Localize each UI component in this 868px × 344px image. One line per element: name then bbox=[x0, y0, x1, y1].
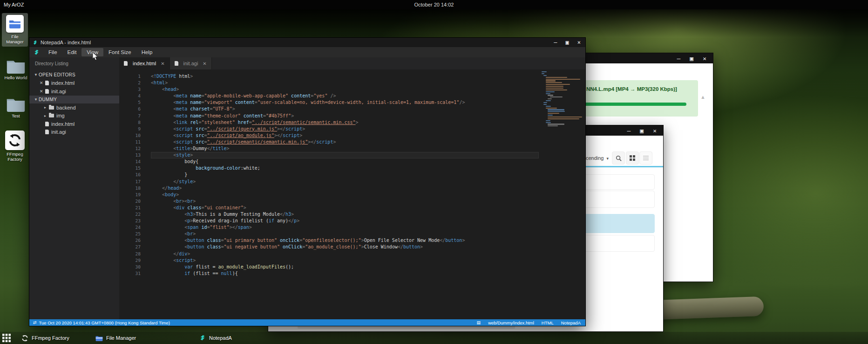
file-label: index.html bbox=[51, 80, 75, 86]
folder-icon bbox=[95, 335, 103, 341]
minimize-button[interactable]: – bbox=[554, 40, 557, 46]
top-bar: My ArOZ October 20 14:02 bbox=[0, 0, 868, 9]
minimize-button[interactable]: – bbox=[677, 55, 681, 62]
status-app: NotepadA bbox=[561, 320, 581, 325]
list-icon bbox=[643, 155, 649, 161]
tab-index-html[interactable]: index.html ✕ bbox=[119, 57, 170, 69]
notepada-logo-icon bbox=[34, 49, 40, 55]
minimize-button[interactable]: – bbox=[627, 128, 631, 134]
open-editor-index-html[interactable]: ✕ index.html bbox=[29, 79, 119, 88]
recycle-arrows-icon bbox=[21, 335, 28, 342]
status-bar: ⇄ Tue Oct 20 2020 14:01:43 GMT+0800 (Hon… bbox=[29, 319, 585, 326]
desktop-icon-file-manager[interactable]: File Manager bbox=[2, 13, 28, 47]
menu-edit[interactable]: Edit bbox=[62, 48, 82, 56]
close-button[interactable]: × bbox=[653, 128, 657, 134]
section-label: DUMMY bbox=[39, 97, 57, 102]
clock: October 20 14:02 bbox=[0, 2, 868, 7]
tree-file-index-html[interactable]: index.html bbox=[29, 120, 119, 128]
desktop-icon-label: File Manager bbox=[3, 34, 27, 44]
file-label: init.agi bbox=[51, 129, 66, 135]
search-button[interactable] bbox=[612, 151, 625, 165]
file-manager-icon bbox=[6, 15, 24, 33]
close-icon[interactable]: ✕ bbox=[161, 61, 164, 66]
desktop-icon-label: FFmpeg Factory bbox=[2, 151, 28, 162]
folder-icon bbox=[49, 114, 54, 117]
status-filepath: web/Dummy/index.html bbox=[488, 320, 534, 325]
file-icon bbox=[45, 81, 49, 85]
folder-label: img bbox=[56, 113, 65, 118]
taskbar-item-label: File Manager bbox=[106, 335, 136, 341]
tree-file-init-agi[interactable]: init.agi bbox=[29, 128, 119, 137]
tab-init-agi[interactable]: init.agi ✕ bbox=[170, 57, 212, 69]
chevron-right-icon: ▸ bbox=[44, 105, 49, 110]
file-icon bbox=[45, 89, 49, 94]
menu-bar: File Edit View Font Size Help bbox=[29, 47, 585, 57]
line-numbers-gutter: 1234567891011121314151617181920212223242… bbox=[119, 73, 141, 277]
code-text[interactable]: <!DOCTYPE html><html> <head> <meta name=… bbox=[151, 73, 539, 277]
search-icon bbox=[616, 155, 622, 161]
close-button[interactable]: × bbox=[703, 55, 706, 62]
tree-folder-img[interactable]: ▸ img bbox=[29, 112, 119, 120]
recycle-arrows-icon bbox=[5, 131, 25, 150]
taskbar-item-ffmpeg-factory[interactable]: FFmpeg Factory bbox=[21, 335, 69, 342]
notepada-logo-icon bbox=[33, 40, 38, 45]
taskbar-item-file-manager[interactable]: File Manager bbox=[95, 335, 136, 341]
taskbar-item-label: NotepadA bbox=[209, 335, 232, 341]
editor-tab-bar: index.html ✕ init.agi ✕ bbox=[119, 57, 585, 69]
close-icon[interactable]: ✕ bbox=[40, 89, 43, 94]
desktop-icon-label: Hello World bbox=[3, 75, 29, 80]
chevron-down-icon: ▾ bbox=[606, 156, 609, 161]
minimap[interactable] bbox=[542, 71, 578, 127]
folder-icon bbox=[49, 106, 54, 110]
chevron-down-icon: ▼ bbox=[34, 73, 39, 77]
close-button[interactable]: × bbox=[577, 40, 581, 46]
file-label: index.html bbox=[51, 121, 75, 127]
notepada-titlebar[interactable]: NotepadA - index.html – ▣ × bbox=[29, 38, 585, 47]
desktop-icon-label: Test bbox=[3, 113, 29, 118]
chevron-down-icon: ▼ bbox=[34, 97, 39, 102]
code-editor[interactable]: 1234567891011121314151617181920212223242… bbox=[119, 69, 585, 319]
grid-view-button[interactable] bbox=[626, 151, 639, 165]
desktop-screen: My ArOZ October 20 14:02 File Manager He… bbox=[0, 0, 868, 344]
desktop-icon-test[interactable]: Test bbox=[3, 97, 29, 118]
desktop-icon-hello-world[interactable]: Hello World bbox=[3, 59, 29, 80]
maximize-button[interactable]: ▣ bbox=[566, 40, 569, 46]
window-title: NotepadA - index.html bbox=[41, 40, 91, 45]
grid-icon bbox=[630, 155, 635, 161]
project-section-dummy[interactable]: ▼ DUMMY bbox=[29, 96, 119, 104]
directory-sidebar: Directory Listing ▼ OPEN EDITORS ✕ index… bbox=[29, 57, 119, 319]
notepada-logo-icon bbox=[199, 335, 206, 341]
close-icon[interactable]: ✕ bbox=[40, 81, 43, 85]
menu-help[interactable]: Help bbox=[136, 48, 158, 56]
file-icon bbox=[45, 122, 49, 126]
file-icon bbox=[175, 61, 178, 66]
desktop-icon-ffmpeg-factory[interactable]: FFmpeg Factory bbox=[2, 131, 28, 162]
tree-folder-backend[interactable]: ▸ backend bbox=[29, 103, 119, 112]
wallpaper-shade bbox=[0, 9, 868, 37]
tab-label: index.html bbox=[133, 61, 156, 66]
open-editors-section[interactable]: ▼ OPEN EDITORS bbox=[29, 71, 119, 79]
tab-label: init.agi bbox=[183, 61, 198, 66]
status-datetime: Tue Oct 20 2020 14:01:43 GMT+0800 (Hong … bbox=[39, 320, 170, 325]
scroll-up-icon[interactable]: ▲ bbox=[700, 94, 705, 100]
taskbar-item-label: FFmpeg Factory bbox=[32, 335, 69, 341]
menu-file[interactable]: File bbox=[43, 48, 62, 56]
app-launcher-grid-icon[interactable] bbox=[2, 334, 11, 342]
clock-sync-icon: ⇄ bbox=[33, 320, 37, 325]
folder-icon bbox=[6, 59, 26, 74]
status-language: HTML bbox=[542, 320, 554, 325]
notepada-window: NotepadA - index.html – ▣ × File Edit Vi… bbox=[29, 37, 586, 326]
chevron-right-icon: ▸ bbox=[44, 114, 49, 118]
open-editor-init-agi[interactable]: ✕ init.agi bbox=[29, 87, 119, 96]
file-label: init.agi bbox=[51, 89, 66, 94]
taskbar-item-notepada[interactable]: NotepadA bbox=[199, 335, 232, 341]
maximize-button[interactable]: ▣ bbox=[690, 55, 693, 62]
folder-icon bbox=[6, 97, 26, 112]
close-icon[interactable]: ✕ bbox=[203, 61, 206, 66]
maximize-button[interactable]: ▣ bbox=[640, 128, 644, 134]
menu-font-size[interactable]: Font Size bbox=[103, 48, 136, 56]
mouse-cursor bbox=[92, 52, 99, 61]
file-icon bbox=[124, 61, 128, 66]
list-view-button[interactable] bbox=[639, 151, 652, 165]
folder-label: backend bbox=[56, 105, 76, 110]
